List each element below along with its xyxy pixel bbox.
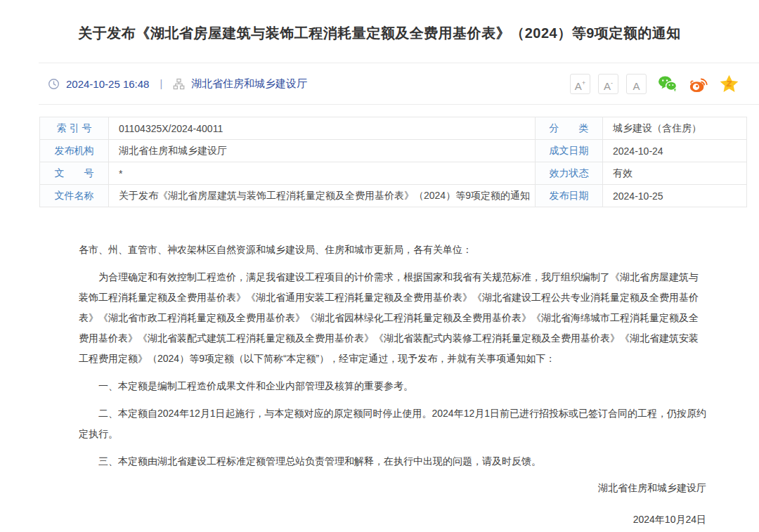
validity-value: 有效: [603, 162, 747, 185]
doc-number-value: *: [109, 162, 536, 185]
meta-divider: |: [155, 78, 167, 89]
category-label: 分 类: [536, 117, 603, 140]
index-number-value: 01104325X/2024-40011: [109, 117, 536, 140]
page-title: 关于发布《湖北省房屋建筑与装饰工程消耗量定额及全费用基价表》（2024）等9项定…: [0, 24, 759, 43]
signature-org: 湖北省住房和城乡建设厅: [79, 478, 706, 498]
index-number-label: 索 引 号: [40, 117, 109, 140]
weibo-share-icon[interactable]: [688, 74, 708, 94]
font-increase-button[interactable]: A+: [570, 74, 590, 94]
table-row: 文 号 * 效力状态 有效: [40, 162, 747, 185]
table-row: 索 引 号 01104325X/2024-40011 分 类 城乡建设（含住房）: [40, 117, 747, 140]
publish-date-value: 2024-10-25: [603, 185, 747, 207]
table-row: 发布机构 湖北省住房和城乡建设厅 成文日期 2024-10-24: [40, 140, 747, 162]
category-value: 城乡建设（含住房）: [603, 117, 747, 140]
written-date-label: 成文日期: [536, 140, 603, 162]
item-1-paragraph: 一、本定额是编制工程造价成果文件和企业内部管理及核算的重要参考。: [79, 376, 706, 396]
wechat-share-icon[interactable]: [657, 74, 677, 94]
doc-name-label: 文件名称: [40, 185, 109, 207]
font-reset-button[interactable]: A: [626, 74, 647, 94]
qzone-share-icon[interactable]: [719, 74, 739, 94]
validity-label: 效力状态: [536, 162, 603, 185]
table-row: 文件名称 关于发布《湖北省房屋建筑与装饰工程消耗量定额及全费用基价表》（2024…: [40, 185, 747, 207]
signature-date: 2024年10月24日: [79, 510, 706, 530]
document-body: 各市、州、直管市、神农架林区自然资源和城乡建设局、住房和城市更新局，各有关单位：…: [79, 240, 706, 530]
item-2-paragraph: 二、本定额自2024年12月1日起施行，与本定额对应的原定额同时停止使用。202…: [79, 403, 706, 444]
publish-date-label: 发布日期: [536, 185, 603, 207]
meta-info: 2024-10-25 16:48 | 湖北省住房和城乡建设厅: [48, 77, 307, 91]
toolbar: A+ A- A: [570, 74, 739, 94]
issuing-agency-value: 湖北省住房和城乡建设厅: [109, 140, 536, 162]
organization-icon: [173, 78, 185, 90]
divider-line-bottom: [39, 104, 759, 105]
source-org-link[interactable]: 湖北省住房和城乡建设厅: [191, 77, 307, 91]
clock-icon: [48, 78, 60, 90]
meta-bar: 2024-10-25 16:48 | 湖北省住房和城乡建设厅 A+ A- A: [48, 63, 739, 104]
doc-number-label: 文 号: [40, 162, 109, 185]
document-metadata-table: 索 引 号 01104325X/2024-40011 分 类 城乡建设（含住房）…: [39, 117, 747, 207]
publish-datetime: 2024-10-25 16:48: [66, 78, 149, 90]
font-decrease-button[interactable]: A-: [598, 74, 618, 94]
article-page: 关于发布《湖北省房屋建筑与装饰工程消耗量定额及全费用基价表》（2024）等9项定…: [0, 24, 759, 532]
salutation-paragraph: 各市、州、直管市、神农架林区自然资源和城乡建设局、住房和城市更新局，各有关单位：: [79, 240, 706, 260]
intro-paragraph: 为合理确定和有效控制工程造价，满足我省建设工程项目的计价需求，根据国家和我省有关…: [79, 267, 706, 369]
written-date-value: 2024-10-24: [603, 140, 747, 162]
issuing-agency-label: 发布机构: [40, 140, 109, 162]
item-3-paragraph: 三、本定额由湖北省建设工程标准定额管理总站负责管理和解释，在执行中出现的问题，请…: [79, 451, 706, 472]
doc-name-value: 关于发布《湖北省房屋建筑与装饰工程消耗量定额及全费用基价表》（2024）等9项定…: [109, 185, 536, 207]
